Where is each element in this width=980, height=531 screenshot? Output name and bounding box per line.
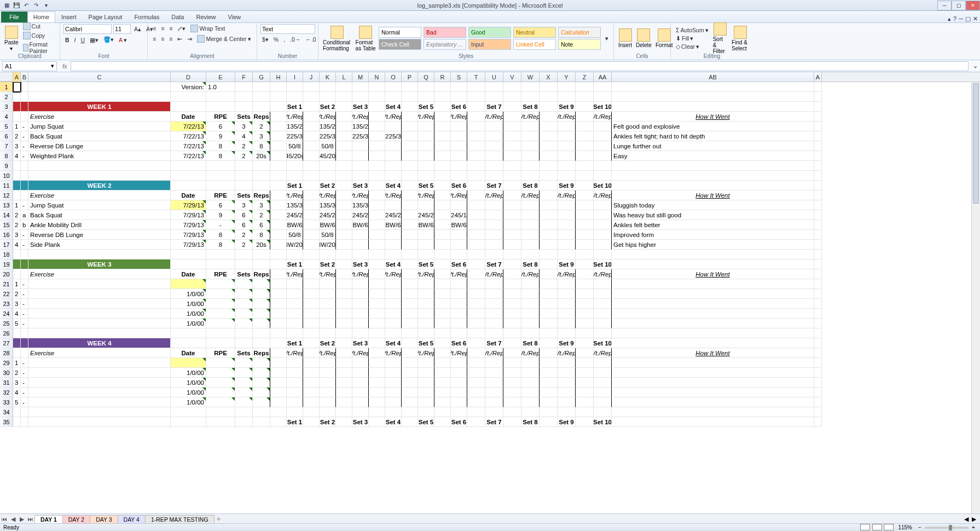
cell[interactable]: [336, 407, 352, 417]
row-marker[interactable]: -: [21, 240, 28, 250]
exercise-name[interactable]: [28, 388, 171, 397]
cell[interactable]: [467, 319, 485, 328]
set-data-cell[interactable]: [485, 141, 503, 151]
row-header[interactable]: 23: [0, 299, 13, 309]
cell[interactable]: [576, 151, 594, 161]
cell[interactable]: [402, 289, 418, 299]
cell[interactable]: [171, 92, 206, 102]
date-cell[interactable]: 7/29/13: [171, 230, 206, 240]
cell[interactable]: [814, 141, 822, 151]
set-data-cell[interactable]: [485, 230, 503, 240]
cell[interactable]: [320, 92, 336, 102]
cell[interactable]: [402, 328, 418, 338]
row-num[interactable]: 4: [13, 240, 21, 250]
cell[interactable]: [434, 378, 451, 388]
cell[interactable]: [814, 210, 822, 220]
set-data-cell[interactable]: [352, 378, 369, 388]
set-data-cell[interactable]: [594, 319, 612, 328]
date-cell[interactable]: 7/29/13: [171, 240, 206, 250]
cell[interactable]: [369, 112, 385, 122]
rpe-cell[interactable]: 6: [206, 122, 235, 131]
set-header[interactable]: Set 10: [594, 102, 612, 112]
column-header[interactable]: G: [253, 72, 270, 82]
cell[interactable]: [503, 122, 521, 131]
cell[interactable]: [303, 259, 320, 269]
note-cell[interactable]: [612, 319, 814, 328]
cell[interactable]: [503, 131, 521, 141]
cell[interactable]: [402, 161, 418, 171]
set-data-cell[interactable]: [521, 397, 540, 407]
cell[interactable]: [253, 102, 270, 112]
cell[interactable]: [814, 309, 822, 319]
how-it-went-header[interactable]: How It Went: [612, 348, 814, 358]
set-header[interactable]: Set 6: [451, 259, 467, 269]
set-data-cell[interactable]: [320, 309, 336, 319]
set-data-cell[interactable]: [485, 299, 503, 309]
set-data-cell[interactable]: [287, 397, 303, 407]
cell[interactable]: [576, 161, 594, 171]
version-value[interactable]: 1.0: [206, 82, 235, 92]
cell[interactable]: [814, 191, 822, 200]
set-data-cell[interactable]: [558, 309, 576, 319]
sets-cell[interactable]: [235, 397, 253, 407]
cell[interactable]: [369, 388, 385, 397]
cell[interactable]: [28, 82, 171, 92]
zoom-in-button[interactable]: +: [970, 524, 977, 530]
set-data-cell[interactable]: [287, 289, 303, 299]
set-data-cell[interactable]: [451, 240, 467, 250]
set-data-cell[interactable]: [558, 230, 576, 240]
cell[interactable]: [303, 309, 320, 319]
cell[interactable]: [434, 200, 451, 210]
cell[interactable]: [576, 141, 594, 151]
wtreps-header[interactable]: Wt./Reps: [320, 269, 336, 279]
cell[interactable]: [369, 220, 385, 230]
bold-button[interactable]: B: [63, 36, 71, 44]
cell[interactable]: [503, 348, 521, 358]
cell[interactable]: [467, 259, 485, 269]
cell[interactable]: [402, 269, 418, 279]
cell[interactable]: [13, 171, 21, 181]
set-data-cell[interactable]: 245/2: [320, 210, 336, 220]
align-top-icon[interactable]: ≡: [151, 25, 158, 32]
reps-header[interactable]: Reps: [253, 191, 270, 200]
column-header[interactable]: N: [369, 72, 385, 82]
cell[interactable]: [369, 328, 385, 338]
cell[interactable]: [540, 92, 558, 102]
reps-header[interactable]: Reps: [253, 112, 270, 122]
undo-icon[interactable]: ↶: [22, 1, 31, 10]
cell[interactable]: [402, 368, 418, 378]
cell[interactable]: [594, 407, 612, 417]
cell[interactable]: [434, 240, 451, 250]
set-header[interactable]: Set 10: [594, 181, 612, 191]
cell[interactable]: [434, 82, 451, 92]
cell[interactable]: [402, 309, 418, 319]
cell[interactable]: [28, 407, 171, 417]
cell[interactable]: [503, 259, 521, 269]
set-data-cell[interactable]: 135/2: [352, 122, 369, 131]
cell[interactable]: [540, 122, 558, 131]
cell[interactable]: [352, 92, 369, 102]
row-num[interactable]: 1: [13, 279, 21, 289]
set-data-cell[interactable]: [521, 368, 540, 378]
set-data-cell[interactable]: [594, 141, 612, 151]
cell[interactable]: [336, 250, 352, 259]
wtreps-header[interactable]: Wt./Reps: [451, 269, 467, 279]
cell[interactable]: [336, 102, 352, 112]
cell[interactable]: [206, 102, 235, 112]
cell[interactable]: [287, 92, 303, 102]
row-marker[interactable]: -: [21, 299, 28, 309]
cell[interactable]: [253, 338, 270, 348]
date-cell[interactable]: 1/0/00: [171, 309, 206, 319]
cell[interactable]: [485, 171, 503, 181]
sets-cell[interactable]: [235, 299, 253, 309]
row-header[interactable]: 11: [0, 181, 13, 191]
cell[interactable]: [558, 92, 576, 102]
cell[interactable]: [336, 417, 352, 427]
paste-button[interactable]: Paste▾: [3, 26, 20, 51]
set-data-cell[interactable]: [418, 378, 434, 388]
set-data-cell[interactable]: [451, 141, 467, 151]
cell[interactable]: [814, 240, 822, 250]
cell[interactable]: [28, 250, 171, 259]
set-data-cell[interactable]: [451, 131, 467, 141]
set-data-cell[interactable]: [320, 397, 336, 407]
